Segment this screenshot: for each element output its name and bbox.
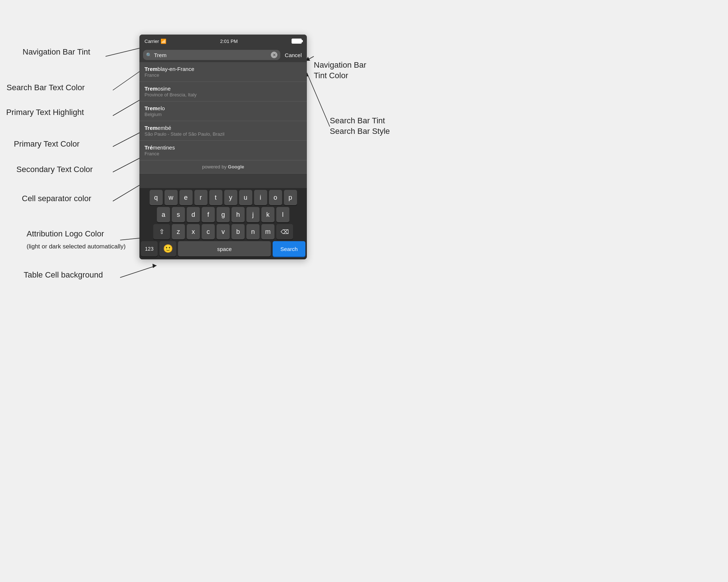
key-l[interactable]: l — [276, 207, 289, 222]
phone-mockup: Carrier 📶 2:01 PM 🔍 Trem ✕ Cancel Trembl… — [139, 35, 307, 259]
result-rest-0: blay-en-France — [158, 66, 194, 72]
result-primary-4: Trémentines — [145, 144, 302, 151]
result-primary-0: Tremblay-en-France — [145, 66, 302, 72]
status-bar: Carrier 📶 2:01 PM — [139, 35, 307, 48]
annotation-primary-text-color: Primary Text Color — [14, 139, 80, 149]
key-emoji[interactable]: 🙂 — [159, 241, 176, 256]
annotation-attribution-logo: Attribution Logo Color — [27, 229, 104, 239]
result-highlight-4: Tré — [145, 144, 153, 151]
result-rest-2: elo — [158, 105, 165, 111]
result-rest-3: embé — [158, 125, 171, 131]
keyboard-row-2: a s d f g h j k l — [139, 205, 307, 222]
key-d[interactable]: d — [187, 207, 200, 222]
annotation-cell-separator: Cell separator color — [22, 194, 91, 203]
key-o[interactable]: o — [269, 190, 282, 205]
carrier-text: Carrier — [145, 39, 159, 44]
key-e[interactable]: e — [179, 190, 193, 205]
result-item-0[interactable]: Tremblay-en-France France — [139, 62, 307, 82]
annotation-table-cell-bg: Table Cell background — [24, 270, 103, 280]
search-query-text: Trem — [154, 52, 269, 58]
keyboard-row-3: ⇧ z x c v b n m ⌫ — [139, 222, 307, 239]
key-x[interactable]: x — [187, 224, 200, 239]
search-icon: 🔍 — [146, 52, 152, 58]
result-primary-3: Tremembé — [145, 125, 302, 131]
result-secondary-3: São Paulo - State of São Paulo, Brazil — [145, 131, 302, 137]
wifi-icon: 📶 — [161, 39, 166, 44]
key-h[interactable]: h — [232, 207, 245, 222]
search-bar[interactable]: 🔍 Trem ✕ Cancel — [139, 48, 307, 62]
result-secondary-2: Belgium — [145, 112, 302, 117]
key-c[interactable]: c — [202, 224, 215, 239]
powered-by-google: powered by Google — [139, 160, 307, 174]
key-z[interactable]: z — [172, 224, 185, 239]
svg-marker-15 — [153, 264, 157, 268]
key-a[interactable]: a — [157, 207, 170, 222]
result-item-3[interactable]: Tremembé São Paulo - State of São Paulo,… — [139, 121, 307, 141]
status-time: 2:01 PM — [220, 39, 238, 44]
result-rest-1: osine — [158, 85, 171, 92]
key-j[interactable]: j — [246, 207, 260, 222]
result-item-2[interactable]: Tremelo Belgium — [139, 101, 307, 121]
annotation-secondary-text-color: Secondary Text Color — [16, 165, 93, 174]
key-shift[interactable]: ⇧ — [153, 224, 170, 239]
key-t[interactable]: t — [209, 190, 222, 205]
keyboard-row-bottom: 123 🙂 space Search — [139, 239, 307, 259]
result-primary-1: Tremosine — [145, 85, 302, 92]
key-123[interactable]: 123 — [141, 241, 158, 256]
annotation-search-bar-tint: Search Bar TintSearch Bar Style — [330, 116, 390, 136]
key-g[interactable]: g — [217, 207, 230, 222]
result-primary-2: Tremelo — [145, 105, 302, 111]
result-item-4[interactable]: Trémentines France — [139, 141, 307, 160]
result-item-1[interactable]: Tremosine Province of Brescia, Italy — [139, 82, 307, 101]
key-f[interactable]: f — [202, 207, 215, 222]
result-highlight-0: Trem — [145, 66, 158, 72]
result-secondary-4: France — [145, 151, 302, 156]
key-y[interactable]: y — [224, 190, 237, 205]
results-list: Tremblay-en-France France Tremosine Prov… — [139, 62, 307, 160]
annotation-nav-bar-tint: Navigation Bar Tint — [23, 47, 90, 57]
battery-fill — [292, 39, 301, 43]
key-q[interactable]: q — [150, 190, 163, 205]
search-clear-button[interactable]: ✕ — [271, 52, 277, 58]
key-r[interactable]: r — [194, 190, 207, 205]
key-m[interactable]: m — [261, 224, 274, 239]
powered-by-prefix: powered by — [202, 164, 228, 170]
key-s[interactable]: s — [172, 207, 185, 222]
result-secondary-0: France — [145, 72, 302, 78]
result-highlight-2: Trem — [145, 105, 158, 111]
svg-line-18 — [307, 73, 330, 127]
key-delete[interactable]: ⌫ — [276, 224, 293, 239]
key-v[interactable]: v — [217, 224, 230, 239]
key-p[interactable]: p — [284, 190, 297, 205]
battery-icon — [292, 39, 302, 44]
annotation-primary-text-highlight: Primary Text Highlight — [6, 108, 84, 117]
svg-line-14 — [120, 266, 157, 278]
cancel-button[interactable]: Cancel — [283, 52, 303, 58]
key-n[interactable]: n — [246, 224, 260, 239]
key-space[interactable]: space — [178, 241, 271, 256]
svg-line-16 — [306, 56, 314, 61]
key-w[interactable]: w — [165, 190, 178, 205]
annotation-nav-bar-tint-color: Navigation BarTint Color — [314, 60, 366, 81]
result-highlight-3: Trem — [145, 125, 158, 131]
key-b[interactable]: b — [232, 224, 245, 239]
key-search[interactable]: Search — [273, 241, 305, 256]
key-k[interactable]: k — [261, 207, 274, 222]
keyboard: q w e r t y u i o p a s d f g h j k l ⇧ … — [139, 188, 307, 259]
keyboard-row-1: q w e r t y u i o p — [139, 188, 307, 205]
google-brand: Google — [228, 164, 244, 170]
search-input-container[interactable]: 🔍 Trem ✕ — [143, 50, 280, 60]
annotation-attribution-sub: (light or dark selected automatically) — [27, 243, 126, 250]
carrier-info: Carrier 📶 — [145, 39, 166, 44]
key-u[interactable]: u — [239, 190, 252, 205]
key-i[interactable]: i — [254, 190, 267, 205]
result-highlight-1: Trem — [145, 85, 158, 92]
result-rest-4: mentines — [153, 144, 175, 151]
annotation-search-bar-text-color: Search Bar Text Color — [7, 83, 85, 92]
result-secondary-1: Province of Brescia, Italy — [145, 92, 302, 97]
empty-space — [139, 174, 307, 188]
